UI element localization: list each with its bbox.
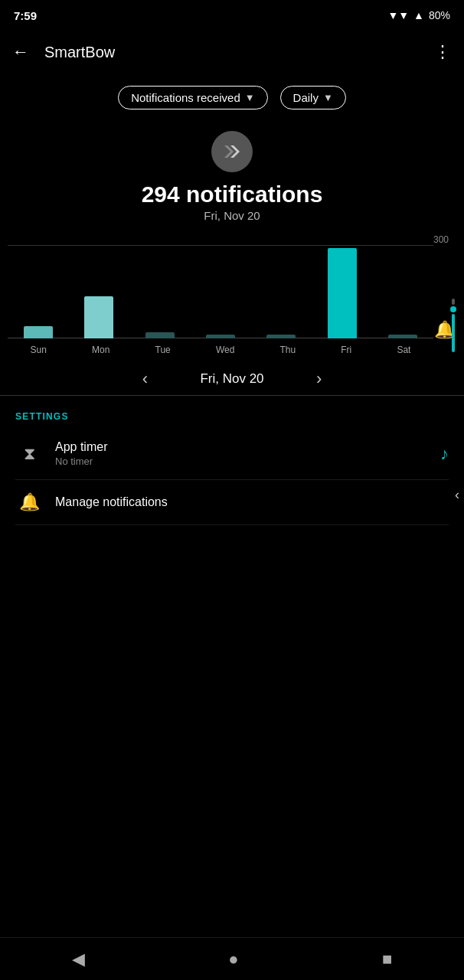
- current-date: Fri, Nov 20: [171, 371, 293, 387]
- chevron-down-icon: ▼: [245, 92, 255, 103]
- app-logo: [211, 131, 253, 172]
- label-fri: Fri: [341, 345, 351, 355]
- chart-y-max-label: 300: [433, 234, 449, 245]
- bottom-nav-bar: ◀ ● ■: [0, 937, 464, 980]
- bell-settings-icon: 🔔: [15, 492, 43, 512]
- chart-area: 300 Sun M: [8, 234, 456, 357]
- bar-tue: [129, 332, 190, 338]
- recents-nav-button[interactable]: ■: [382, 949, 392, 969]
- status-bar: 7:59 ▼▼ ▲ 80%: [0, 0, 464, 31]
- timer-icon: ⧗: [15, 444, 43, 464]
- stats-area: 294 notifications Fri, Nov 20: [0, 117, 464, 227]
- home-nav-button[interactable]: ●: [228, 949, 238, 969]
- more-options-button[interactable]: ⋮: [434, 42, 452, 62]
- app-bar-left: ← SmartBow: [12, 42, 115, 62]
- bar-sun: [8, 326, 68, 338]
- bar-fri: [312, 248, 372, 338]
- settings-heading: SETTINGS: [15, 411, 449, 422]
- app-timer-text: App timer No timer: [55, 440, 440, 467]
- notification-type-filter[interactable]: Notifications received ▼: [118, 86, 267, 109]
- notification-count: 294 notifications: [142, 181, 323, 207]
- music-note-icon: ♪: [440, 444, 449, 464]
- app-timer-subtitle: No timer: [55, 456, 440, 467]
- wifi-icon: ▼▼: [387, 9, 409, 21]
- bar-wed: [190, 335, 250, 338]
- settings-section: SETTINGS ⧗ App timer No timer ♪ 🔔 Manage…: [0, 396, 464, 525]
- status-time: 7:59: [14, 9, 37, 22]
- status-icons: ▼▼ ▲ 80%: [387, 9, 450, 21]
- label-wed: Wed: [216, 345, 234, 355]
- app-title: SmartBow: [44, 44, 115, 61]
- prev-date-button[interactable]: ‹: [119, 369, 171, 389]
- app-timer-title: App timer: [55, 440, 440, 454]
- bars-container: [8, 247, 433, 338]
- back-nav-button[interactable]: ◀: [72, 949, 85, 969]
- manage-notifications-text: Manage notifications: [55, 495, 449, 509]
- chart-grid-top: [8, 245, 433, 246]
- manage-notifications-title: Manage notifications: [55, 495, 449, 509]
- bar-sat: [373, 335, 433, 338]
- next-date-button[interactable]: ›: [293, 369, 345, 389]
- app-timer-item[interactable]: ⧗ App timer No timer ♪: [15, 428, 449, 480]
- scroll-indicator: [450, 299, 456, 352]
- stats-date: Fri, Nov 20: [204, 209, 260, 222]
- label-mon: Mon: [92, 345, 109, 355]
- label-sun: Sun: [31, 345, 47, 355]
- chart-labels: Sun Mon Tue Wed Thu Fri Sat: [8, 341, 433, 355]
- signal-icon: ▲: [413, 9, 424, 21]
- app-bar: ← SmartBow ⋮: [0, 31, 464, 74]
- chevron-down-icon: ▼: [323, 92, 333, 103]
- label-thu: Thu: [279, 345, 296, 355]
- side-chevron-icon[interactable]: ‹: [455, 487, 459, 503]
- label-tue: Tue: [155, 345, 171, 355]
- svg-marker-1: [224, 145, 234, 158]
- bar-thu: [251, 335, 312, 338]
- bar-mon: [68, 296, 129, 338]
- label-sat: Sat: [397, 345, 410, 355]
- manage-notifications-item[interactable]: 🔔 Manage notifications: [15, 480, 449, 525]
- logo-svg: [220, 139, 244, 164]
- date-navigation: ‹ Fri, Nov 20 ›: [0, 357, 464, 395]
- filter-row: Notifications received ▼ Daily ▼: [0, 74, 464, 117]
- battery-icon: 80%: [429, 9, 450, 21]
- back-button[interactable]: ←: [12, 42, 29, 62]
- period-filter[interactable]: Daily ▼: [280, 86, 346, 109]
